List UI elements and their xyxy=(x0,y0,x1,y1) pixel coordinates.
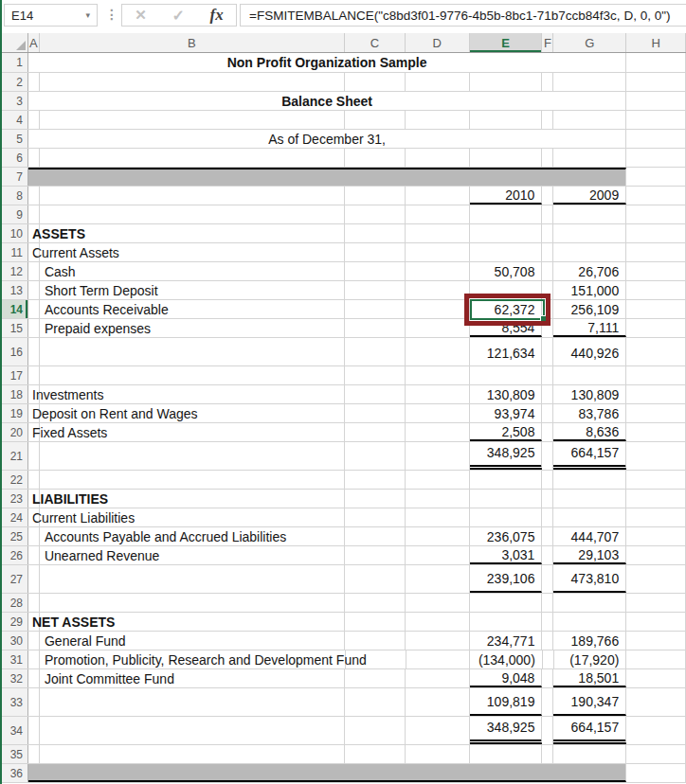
cell-A4[interactable] xyxy=(28,111,40,129)
cell-H17[interactable] xyxy=(626,366,686,384)
cell-D11[interactable] xyxy=(406,243,470,261)
cell-H29[interactable] xyxy=(626,613,686,631)
cell-F8[interactable] xyxy=(542,187,553,205)
row-header-19[interactable]: 19 xyxy=(2,404,28,422)
cell-F28[interactable] xyxy=(542,594,553,612)
cell-A9[interactable] xyxy=(28,205,40,223)
cell-F25[interactable] xyxy=(542,527,553,545)
cell-D18[interactable] xyxy=(406,385,470,403)
cell-A22[interactable] xyxy=(28,471,40,489)
row-header-11[interactable]: 11 xyxy=(2,243,28,261)
cell-H4[interactable] xyxy=(626,111,686,129)
cell-F16[interactable] xyxy=(542,338,553,365)
cell-G27[interactable]: 473,810 xyxy=(553,565,626,593)
cell-F22[interactable] xyxy=(542,471,553,489)
cell-E32[interactable]: 9,048 xyxy=(470,669,543,687)
cell-D12[interactable] xyxy=(406,262,470,280)
cell-H25[interactable] xyxy=(626,527,686,545)
cell-H34[interactable] xyxy=(626,717,686,744)
cell-F24[interactable] xyxy=(542,508,553,526)
cell-D32[interactable] xyxy=(406,669,470,687)
cell-A13[interactable] xyxy=(28,281,40,299)
row-header-5[interactable]: 5 xyxy=(2,130,28,148)
cell-D22[interactable] xyxy=(406,471,470,489)
cell-H8[interactable] xyxy=(626,187,686,205)
cell-E15[interactable]: 8,554 xyxy=(470,319,543,337)
cell-C6[interactable] xyxy=(345,149,406,167)
cell-F21[interactable] xyxy=(542,442,553,470)
column-header-G[interactable]: G xyxy=(553,33,626,52)
cell-F15[interactable] xyxy=(542,319,553,337)
row-header-27[interactable]: 27 xyxy=(2,565,28,593)
cell-B35[interactable] xyxy=(40,745,345,763)
row-header-24[interactable]: 24 xyxy=(2,508,28,526)
title-cell-row1[interactable]: Non Profit Organization Sample xyxy=(28,53,626,72)
cell-F11[interactable] xyxy=(542,243,553,261)
cell-E22[interactable] xyxy=(470,471,543,489)
cell-C25[interactable] xyxy=(345,527,406,545)
cell-C33[interactable] xyxy=(345,688,406,716)
cell-D2[interactable] xyxy=(406,73,470,91)
row-header-13[interactable]: 13 xyxy=(2,281,28,299)
cell-D15[interactable] xyxy=(406,319,470,337)
cell-E17[interactable] xyxy=(470,366,543,384)
row-header-8[interactable]: 8 xyxy=(2,187,28,205)
cell-A2[interactable] xyxy=(28,73,40,91)
cell-D31[interactable] xyxy=(406,650,471,668)
cell-B34[interactable] xyxy=(40,717,345,744)
row-header-30[interactable]: 30 xyxy=(2,632,28,650)
cell-E24[interactable] xyxy=(470,508,543,526)
cell-G2[interactable] xyxy=(553,73,626,91)
cell-F30[interactable] xyxy=(542,632,553,650)
cell-D19[interactable] xyxy=(406,404,470,422)
cell-G23[interactable] xyxy=(553,490,626,508)
cell-F33[interactable] xyxy=(542,688,553,716)
cell-C16[interactable] xyxy=(345,338,406,365)
cell-F27[interactable] xyxy=(542,565,553,593)
row-header-25[interactable]: 25 xyxy=(2,527,28,545)
cell-G20[interactable]: 8,636 xyxy=(553,423,626,441)
row-header-17[interactable]: 17 xyxy=(2,366,28,384)
cell-D14[interactable] xyxy=(406,300,470,318)
cell-A23[interactable]: LIABILITIES xyxy=(28,490,40,508)
cell-H32[interactable] xyxy=(626,669,686,687)
cell-H10[interactable] xyxy=(626,224,686,242)
cell-E34[interactable]: 348,925 xyxy=(470,717,543,744)
formula-input[interactable]: =FSMITEMBALANCE("c8bd3f01-9776-4b5b-8bc1… xyxy=(240,4,686,27)
cell-G26[interactable]: 29,103 xyxy=(553,546,626,564)
cell-H24[interactable] xyxy=(626,508,686,526)
cell-A11[interactable]: Current Assets xyxy=(28,243,40,261)
cell-D27[interactable] xyxy=(406,565,470,593)
cell-A25[interactable] xyxy=(28,527,40,545)
cell-A12[interactable] xyxy=(28,262,40,280)
cell-C20[interactable] xyxy=(345,423,406,441)
cell-H12[interactable] xyxy=(626,262,686,280)
cell-B28[interactable] xyxy=(40,594,345,612)
cell-D28[interactable] xyxy=(406,594,470,612)
cell-A14[interactable] xyxy=(28,300,40,318)
cell-G10[interactable] xyxy=(553,224,626,242)
cell-G15[interactable]: 7,111 xyxy=(553,319,626,337)
cell-B16[interactable] xyxy=(40,338,345,365)
cell-H33[interactable] xyxy=(626,688,686,716)
cell-A8[interactable] xyxy=(28,187,40,205)
cell-H1[interactable] xyxy=(626,53,686,72)
cell-E18[interactable]: 130,809 xyxy=(470,385,543,403)
cell-B2[interactable] xyxy=(40,73,345,91)
cell-C28[interactable] xyxy=(345,594,406,612)
cell-B30[interactable]: General Fund xyxy=(40,632,345,650)
cell-D34[interactable] xyxy=(406,717,470,744)
cell-D30[interactable] xyxy=(406,632,470,650)
cell-D35[interactable] xyxy=(406,745,470,763)
column-header-B[interactable]: B xyxy=(40,33,345,52)
row-header-31[interactable]: 31 xyxy=(2,650,28,668)
cell-B12[interactable]: Cash xyxy=(40,262,345,280)
cell-D24[interactable] xyxy=(406,508,470,526)
cell-E35[interactable] xyxy=(470,745,543,763)
row-header-6[interactable]: 6 xyxy=(2,149,28,167)
cell-H31[interactable] xyxy=(626,650,686,668)
cell-G12[interactable]: 26,706 xyxy=(553,262,626,280)
gray-band-row36[interactable] xyxy=(28,764,626,782)
cell-A6[interactable] xyxy=(28,149,40,167)
row-header-28[interactable]: 28 xyxy=(2,594,28,612)
